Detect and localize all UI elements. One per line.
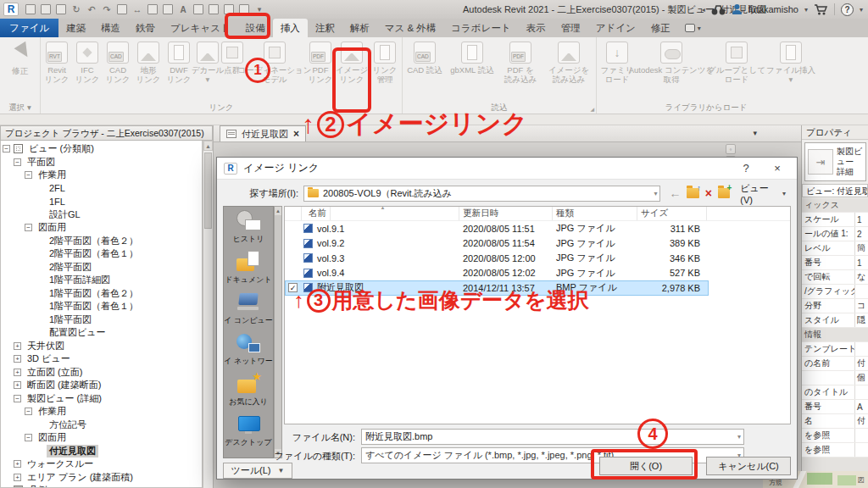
view-tab[interactable]: 付近見取図 × (220, 125, 306, 141)
property-row[interactable]: ールの値 1: 2 (802, 227, 868, 241)
tab-insert[interactable]: 挿入 (273, 19, 308, 37)
aligned-dimension[interactable] (147, 3, 159, 15)
file-checkbox[interactable] (288, 253, 298, 263)
tree-views-root[interactable]: − ビュー (分類順) (1, 142, 202, 156)
views-menu-button[interactable]: ビュー(V) ▾ (736, 180, 790, 207)
select-group-label[interactable]: 選択 ▾ (0, 103, 40, 113)
tab-precast[interactable]: プレキャスト (163, 19, 238, 37)
tree-item[interactable]: 設計GL (1, 208, 202, 222)
tree-expander-icon[interactable]: − (25, 434, 32, 441)
tree-item[interactable]: + 立面図 (立面) (1, 366, 202, 380)
dialog-help-icon[interactable]: ? (733, 162, 759, 175)
tree-item[interactable]: 配置図ビュー (1, 326, 202, 340)
file-checkbox[interactable] (288, 224, 298, 233)
tab-architecture[interactable]: 建築 (58, 19, 93, 37)
manage-links[interactable]: リンク 管理 (369, 39, 401, 102)
save[interactable] (55, 3, 67, 15)
project-browser-title[interactable]: プロジェクト ブラウザ - 二上Exercise0307(2015) (0, 125, 213, 141)
look-in-dropdown[interactable]: 200805-VOL9（Revit.読み込み ▾ (303, 186, 660, 202)
import-gbxml[interactable]: gbXML 読込 (446, 39, 498, 102)
places-scrollbar[interactable]: ▲ ▼ (274, 206, 282, 458)
decal[interactable]: デカール ▾ (194, 39, 221, 102)
image-link[interactable]: イメージ リンク (335, 39, 369, 102)
property-row[interactable]: 個 (802, 371, 868, 385)
tree-item[interactable]: 2階平面図（着色２） (1, 235, 202, 248)
column-name[interactable]: ▲名前 (302, 207, 459, 220)
place-documents[interactable]: ドキュメント (224, 251, 273, 291)
property-row[interactable]: ィックス (802, 198, 868, 213)
tree-item[interactable]: + 断面図 (建築断面) (1, 379, 202, 392)
vol.9.3[interactable]: vol.9.3 2020/08/05 12:00 JPG ファイル 346 KB (285, 251, 709, 266)
tree-item[interactable]: + ウォークスルー (1, 458, 202, 471)
qat-customize[interactable] (253, 3, 265, 15)
scroll-up-icon[interactable]: ▲ (275, 207, 281, 215)
search-binoculars-icon[interactable] (711, 4, 726, 15)
file-checkbox[interactable]: ✓ (288, 283, 298, 292)
tree-expander-icon[interactable]: + (14, 460, 21, 468)
back-icon[interactable]: ← (669, 186, 681, 200)
tag[interactable] (162, 3, 174, 15)
default-3d-view[interactable] (192, 3, 204, 15)
navigation-wheel-icon[interactable]: ◦ (726, 144, 736, 154)
place-my-computer[interactable]: マイ コンピュータ (224, 291, 273, 332)
ifc-link[interactable]: IFC リンク (72, 39, 103, 102)
measure[interactable] (131, 3, 143, 15)
scrollbar-thumb[interactable] (204, 152, 212, 229)
file-name-input[interactable]: 附近見取図.bmp ▾ (361, 429, 744, 445)
property-row[interactable]: のタイトル (802, 385, 868, 400)
tree-expander-icon[interactable]: + (14, 381, 21, 389)
thin-lines[interactable] (223, 3, 235, 15)
place-my-network[interactable]: マイ ネットワーク (224, 332, 273, 373)
tree-expander-icon[interactable]: − (25, 408, 32, 415)
panel-expander-icon[interactable]: ◢ (590, 106, 594, 112)
tab-manage[interactable]: 管理 (554, 19, 588, 37)
tree-item[interactable]: 凡例 (1, 484, 202, 488)
property-row[interactable]: を参照 (802, 429, 868, 443)
tree-item[interactable]: 2階平面図（着色１） (1, 247, 202, 261)
app-store-cart-icon[interactable] (814, 4, 828, 15)
tab-annotate[interactable]: 注釈 (308, 19, 342, 37)
property-row[interactable]: /グラフィックスの... (802, 285, 868, 299)
cancel-button[interactable]: キャンセル(C) (706, 457, 791, 475)
coordination-model[interactable]: コーディネーション モデル (243, 39, 306, 102)
dwf-markup-link[interactable]: DWF リンク (164, 39, 194, 102)
tab-view[interactable]: 表示 (519, 19, 554, 37)
redo[interactable] (101, 3, 113, 15)
tree-expander-icon[interactable]: − (14, 158, 21, 166)
print[interactable] (116, 3, 128, 15)
property-row[interactable]: の名前 付 (802, 357, 868, 371)
tree-item[interactable]: − 平面図 (1, 156, 202, 169)
tree-item[interactable]: 1階平面図（着色１） (1, 300, 202, 313)
tree-expander-icon[interactable]: − (25, 171, 32, 179)
tree-item[interactable]: + 3D ビュー (1, 352, 202, 366)
tab-analyze[interactable]: 解析 (342, 19, 377, 37)
section[interactable] (208, 3, 220, 15)
property-row[interactable]: 名 付 (802, 414, 868, 429)
project-browser-scrollbar[interactable]: ▲ (203, 141, 213, 488)
file-checkbox[interactable] (288, 269, 298, 278)
up-one-level-icon[interactable] (687, 188, 698, 198)
vol.9.2[interactable]: vol.9.2 2020/08/05 11:54 JPG ファイル 389 KB (285, 236, 709, 252)
tree-item[interactable]: 2階平面図 (1, 261, 202, 274)
tree-expander-icon[interactable]: − (14, 395, 21, 402)
user-account-icon[interactable] (732, 3, 743, 15)
tree-item[interactable]: + エリア プラン (建築面積) (1, 471, 202, 485)
property-row[interactable]: レベル 簡 (802, 241, 868, 256)
property-row[interactable]: テンプレート (802, 342, 868, 357)
tab-collaborate[interactable]: コラボレート (443, 19, 518, 37)
tree-item[interactable]: − 作業用 (1, 405, 202, 419)
tree-item[interactable]: 方位記号 (1, 419, 202, 432)
tree-item[interactable]: + 天井伏図 (1, 340, 202, 353)
tab-structure[interactable]: 構造 (93, 19, 128, 37)
import-image[interactable]: イメージを 読み込み (542, 39, 595, 102)
help-icon[interactable]: ? (841, 3, 854, 16)
property-row[interactable]: 分野 コ (802, 299, 868, 313)
insert-file[interactable]: ファイル挿入 ▾ (767, 39, 815, 102)
load-autodesk-content[interactable]: Autodesk コンテンツを 取得 (637, 39, 706, 102)
view-tab-close-icon[interactable]: × (293, 128, 299, 140)
tree-expander-icon[interactable]: + (14, 355, 21, 363)
vol.9.1[interactable]: vol.9.1 2020/08/05 11:51 JPG ファイル 311 KB (285, 221, 709, 236)
tree-item[interactable]: − 作業用 (1, 169, 202, 182)
user-interface[interactable] (238, 3, 250, 15)
window[interactable] (25, 3, 36, 15)
